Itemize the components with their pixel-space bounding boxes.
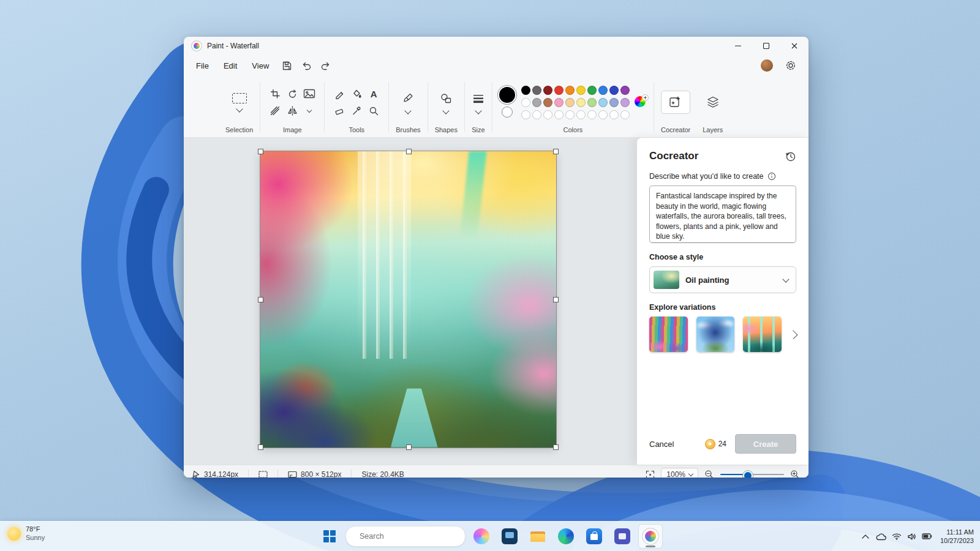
color-swatch[interactable] xyxy=(620,98,630,107)
info-icon[interactable] xyxy=(767,172,776,181)
color-swatch[interactable] xyxy=(554,110,564,119)
zoom-level-dropdown[interactable]: 100% xyxy=(661,468,698,478)
zoom-in-button[interactable] xyxy=(790,470,800,478)
variation-thumbnail-3[interactable] xyxy=(743,317,782,352)
selection-handle[interactable] xyxy=(553,297,559,302)
color-swatch[interactable] xyxy=(543,98,552,107)
wifi-icon[interactable] xyxy=(892,533,902,540)
color-swatch[interactable] xyxy=(576,98,586,107)
redo-button[interactable] xyxy=(317,57,335,74)
color-swatch[interactable] xyxy=(532,98,541,107)
resize-image-button[interactable] xyxy=(303,87,316,100)
hatch-fill-button[interactable] xyxy=(268,104,282,118)
hidden-icons-chevron[interactable] xyxy=(861,534,870,539)
color-swatch[interactable] xyxy=(543,86,552,95)
color-swatch[interactable] xyxy=(598,110,608,119)
color-swatch[interactable] xyxy=(521,98,530,107)
color-swatch[interactable] xyxy=(565,86,575,95)
fit-to-screen-button[interactable] xyxy=(646,470,655,478)
color-swatch[interactable] xyxy=(609,86,619,95)
variation-thumbnail-2[interactable] xyxy=(696,317,735,352)
canvas[interactable] xyxy=(260,151,556,448)
selection-handle[interactable] xyxy=(258,444,263,450)
close-button[interactable] xyxy=(780,37,809,55)
save-button[interactable] xyxy=(277,57,296,74)
selection-handle[interactable] xyxy=(258,149,263,154)
color-swatch[interactable] xyxy=(554,86,564,95)
variation-thumbnail-1[interactable] xyxy=(649,317,688,352)
taskbar-teams[interactable] xyxy=(610,524,635,549)
minimize-button[interactable] xyxy=(724,37,752,55)
taskbar-task-view[interactable] xyxy=(497,524,522,549)
search-input[interactable] xyxy=(358,531,459,541)
selection-handle[interactable] xyxy=(553,149,559,154)
battery-icon[interactable] xyxy=(922,533,932,539)
chevron-down-icon[interactable] xyxy=(236,105,243,112)
color-swatch[interactable] xyxy=(587,110,597,119)
weather-widget[interactable]: 78°F Sunny xyxy=(7,525,45,542)
shapes-button[interactable] xyxy=(439,92,453,113)
brushes-button[interactable] xyxy=(401,92,415,113)
menu-edit[interactable]: Edit xyxy=(216,58,244,73)
zoom-slider-thumb[interactable] xyxy=(743,471,753,478)
taskbar-copilot[interactable] xyxy=(469,524,494,549)
color-swatch[interactable] xyxy=(609,98,619,107)
pencil-tool-button[interactable] xyxy=(333,87,346,100)
settings-gear-icon[interactable] xyxy=(782,57,800,74)
color-swatch[interactable] xyxy=(587,86,597,95)
color-swatch[interactable] xyxy=(532,110,541,119)
account-avatar[interactable] xyxy=(761,59,773,72)
color-swatch[interactable] xyxy=(609,110,619,119)
fill-tool-button[interactable] xyxy=(350,87,363,100)
undo-button[interactable] xyxy=(297,57,315,74)
color-swatch[interactable] xyxy=(620,86,630,95)
color-swatch[interactable] xyxy=(587,98,597,107)
rotate-button[interactable] xyxy=(285,87,299,100)
taskbar-file-explorer[interactable] xyxy=(526,524,550,549)
prompt-textarea[interactable]: Fantastical landscape inspired by the be… xyxy=(649,186,796,243)
taskbar-store[interactable] xyxy=(582,524,606,549)
layers-button[interactable] xyxy=(704,94,722,111)
color-swatch[interactable] xyxy=(576,86,586,95)
color-swatch[interactable] xyxy=(521,86,530,95)
color-swatch[interactable] xyxy=(576,110,586,119)
color-swatch[interactable] xyxy=(565,98,575,107)
magnifier-tool-button[interactable] xyxy=(367,104,380,118)
zoom-out-button[interactable] xyxy=(704,470,714,478)
selection-handle[interactable] xyxy=(406,149,412,154)
color-swatch[interactable] xyxy=(554,98,564,107)
chevron-down-icon[interactable] xyxy=(307,108,312,113)
color-swatch[interactable] xyxy=(598,86,608,95)
maximize-button[interactable] xyxy=(752,37,780,55)
start-button[interactable] xyxy=(317,524,342,549)
color-swatch[interactable] xyxy=(543,110,552,119)
titlebar[interactable]: Paint - Waterfall xyxy=(184,37,809,55)
cancel-button[interactable]: Cancel xyxy=(649,440,674,449)
edit-colors-button[interactable] xyxy=(635,96,647,108)
selection-tool-button[interactable] xyxy=(232,93,247,111)
eraser-tool-button[interactable] xyxy=(333,104,346,118)
chevron-down-icon[interactable] xyxy=(475,107,481,114)
history-icon[interactable] xyxy=(785,151,796,162)
color-swatch[interactable] xyxy=(565,110,575,119)
crop-button[interactable] xyxy=(268,87,282,100)
selection-handle[interactable] xyxy=(258,297,263,302)
zoom-slider[interactable] xyxy=(720,470,784,478)
cocreator-button[interactable] xyxy=(661,91,690,114)
text-tool-button[interactable]: A xyxy=(367,87,380,100)
size-button[interactable] xyxy=(472,92,485,113)
color-swatch[interactable] xyxy=(521,110,530,119)
style-dropdown[interactable]: Oil painting xyxy=(649,266,796,293)
flip-button[interactable] xyxy=(285,104,299,118)
secondary-color[interactable] xyxy=(502,107,513,118)
menu-file[interactable]: File xyxy=(189,58,216,73)
color-swatch[interactable] xyxy=(598,98,608,107)
selection-handle[interactable] xyxy=(553,444,559,450)
chevron-down-icon[interactable] xyxy=(405,107,412,114)
onedrive-cloud-icon[interactable] xyxy=(875,533,886,541)
taskbar-edge[interactable] xyxy=(554,524,578,549)
color-swatch[interactable] xyxy=(620,110,630,119)
color-picker-tool-button[interactable] xyxy=(350,104,363,118)
create-button[interactable]: Create xyxy=(735,434,796,454)
volume-icon[interactable] xyxy=(907,533,916,541)
